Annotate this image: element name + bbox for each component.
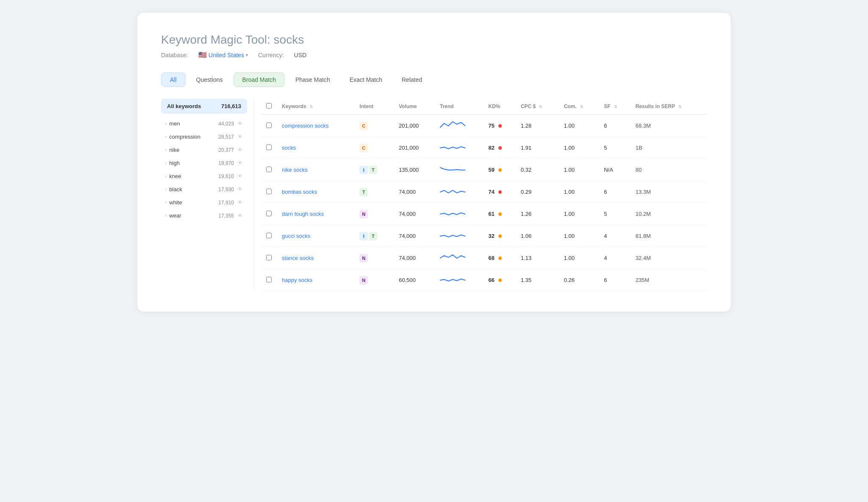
keyword-link[interactable]: nike socks [282,167,308,173]
tab-phase-match[interactable]: Phase Match [287,73,339,87]
eye-icon[interactable]: 👁 [237,120,243,127]
sidebar-item[interactable]: › white 17,910 👁 [161,196,247,209]
keyword-cell: darn tough socks [277,203,354,225]
sidebar-header: All keywords 716,613 [161,99,247,114]
kd-dot-icon [498,146,502,150]
kd-value: 68 [488,255,494,261]
col-com[interactable]: Com. ⇅ [559,99,598,114]
chevron-right-icon: › [165,134,167,139]
keyword-cell: stance socks [277,247,354,269]
tab-questions[interactable]: Questions [187,73,232,87]
row-checkbox-cell[interactable] [261,114,277,137]
volume-cell: 135,000 [394,159,435,181]
tab-broad-match[interactable]: Broad Match [234,73,285,87]
tab-related[interactable]: Related [393,73,431,87]
keyword-link[interactable]: compression socks [282,123,329,129]
keyword-link[interactable]: socks [282,145,296,151]
cpc-cell: 1.13 [516,247,559,269]
col-keywords[interactable]: Keywords ⇅ [277,99,354,114]
kd-dot-icon [498,124,502,128]
keyword-cell: bombas socks [277,181,354,203]
tab-all[interactable]: All [161,73,186,87]
row-checkbox-cell[interactable] [261,159,277,181]
trend-chart [440,142,465,152]
intent-cell: N [354,269,394,291]
sidebar-item[interactable]: › black 17,930 👁 [161,183,247,196]
sidebar-item[interactable]: › men 44,023 👁 [161,117,247,130]
eye-icon[interactable]: 👁 [237,186,243,192]
row-checkbox[interactable] [266,277,272,282]
row-checkbox[interactable] [266,145,272,150]
sidebar-item[interactable]: › wear 17,355 👁 [161,209,247,222]
eye-icon[interactable]: 👁 [237,160,243,166]
sidebar-item[interactable]: › high 19,970 👁 [161,156,247,170]
row-checkbox-cell[interactable] [261,225,277,247]
row-checkbox-cell[interactable] [261,269,277,291]
row-checkbox[interactable] [266,189,272,194]
sidebar-item[interactable]: › compression 28,517 👁 [161,130,247,143]
row-checkbox[interactable] [266,255,272,260]
eye-icon[interactable]: 👁 [237,212,243,219]
keyword-link[interactable]: darn tough socks [282,211,324,217]
row-checkbox[interactable] [266,211,272,216]
sidebar-item-label: wear [169,212,181,219]
keyword-link[interactable]: gucci socks [282,233,310,239]
intent-badge-n: N [359,276,368,284]
table-row: socks C 201,000 82 1.91 1.00 5 1B [261,137,707,159]
chevron-down-icon: ▾ [246,53,248,57]
trend-cell [435,225,483,247]
col-sf[interactable]: SF ⇅ [599,99,631,114]
database-value[interactable]: 🇺🇸 United States ▾ [198,51,248,59]
table-row: happy socks N 60,500 66 1.35 0.26 6 235M [261,269,707,291]
sidebar-item-count: 19,610 [218,173,234,179]
trend-cell [435,137,483,159]
row-checkbox-cell[interactable] [261,137,277,159]
sort-com-icon: ⇅ [580,104,583,109]
database-label: Database: [161,52,188,59]
com-cell: 1.00 [559,203,598,225]
kd-cell: 74 [483,181,515,203]
eye-icon[interactable]: 👁 [237,199,243,206]
trend-chart [440,208,465,218]
kd-value: 32 [488,233,494,239]
tab-exact-match[interactable]: Exact Match [341,73,391,87]
eye-icon[interactable]: 👁 [237,134,243,140]
col-serp[interactable]: Results in SERP ⇅ [630,99,707,114]
sidebar-item-label: white [169,199,182,206]
row-checkbox[interactable] [266,123,272,128]
currency-value: USD [294,52,307,59]
sidebar-all-keywords-label: All keywords [167,103,201,109]
row-checkbox[interactable] [266,167,272,172]
row-checkbox[interactable] [266,233,272,238]
com-cell: 0.26 [559,269,598,291]
keyword-cell: gucci socks [277,225,354,247]
sidebar-item[interactable]: › knee 19,610 👁 [161,170,247,183]
eye-icon[interactable]: 👁 [237,147,243,153]
main-table: Keywords ⇅ Intent Volume Trend KD% CPC $… [261,99,707,291]
kd-dot-icon [498,212,502,216]
sf-cell: 6 [599,114,631,137]
serp-cell: 68.3M [630,114,707,137]
eye-icon[interactable]: 👁 [237,173,243,179]
kd-value: 74 [488,189,494,195]
volume-cell: 201,000 [394,114,435,137]
keyword-link[interactable]: bombas socks [282,189,317,195]
cpc-cell: 1.35 [516,269,559,291]
select-all-checkbox[interactable] [266,103,272,109]
serp-cell: 81.8M [630,225,707,247]
keyword-link[interactable]: happy socks [282,277,312,283]
row-checkbox-cell[interactable] [261,203,277,225]
chevron-right-icon: › [165,200,167,205]
sidebar-item[interactable]: › nike 20,377 👁 [161,143,247,156]
kd-value: 75 [488,123,494,129]
serp-cell: 10.2M [630,203,707,225]
row-checkbox-cell[interactable] [261,247,277,269]
row-checkbox-cell[interactable] [261,181,277,203]
sort-cpc-icon: ⇅ [539,104,542,109]
col-cpc[interactable]: CPC $ ⇅ [516,99,559,114]
sf-cell: 5 [599,137,631,159]
sidebar-item-count: 17,355 [218,213,234,219]
sidebar-item-label: compression [169,134,200,140]
keyword-link[interactable]: stance socks [282,255,314,261]
intent-badge-c: C [359,122,368,130]
